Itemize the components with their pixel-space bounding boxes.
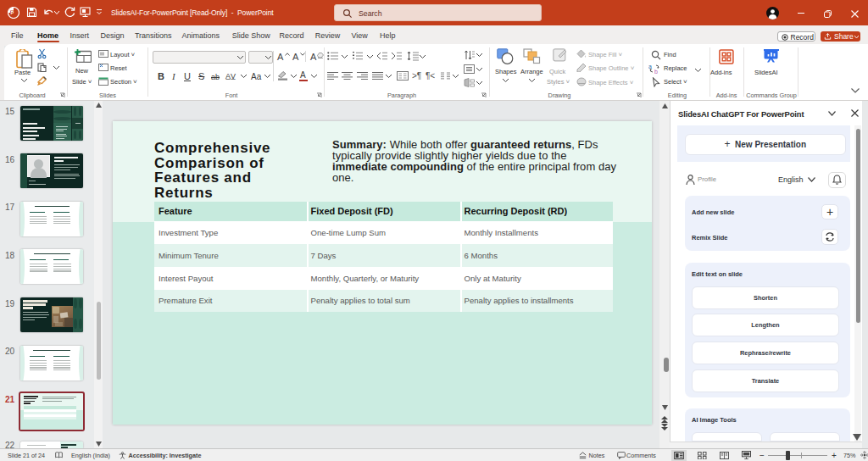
svg-text:b: b <box>654 69 658 75</box>
svg-text:P: P <box>11 10 14 15</box>
svg-text:a: a <box>648 64 652 69</box>
